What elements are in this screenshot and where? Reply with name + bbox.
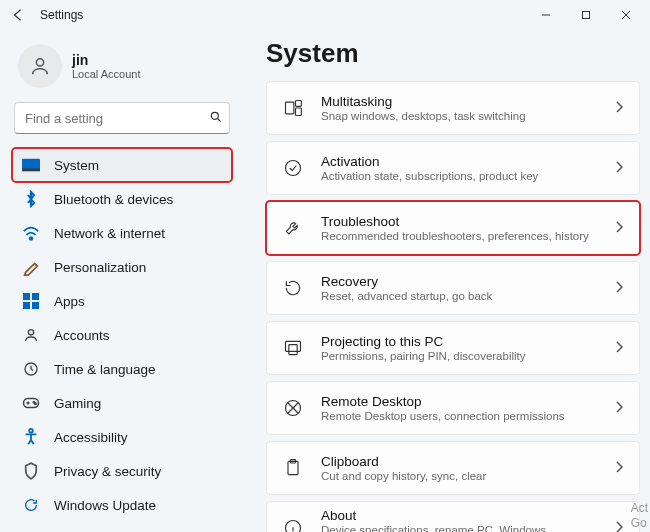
svg-rect-24 xyxy=(286,341,301,351)
card-clipboard[interactable]: ClipboardCut and copy history, sync, cle… xyxy=(266,441,640,495)
sidebar-item-label: Personalization xyxy=(54,260,146,275)
sidebar-item-bluetooth[interactable]: Bluetooth & devices xyxy=(12,182,232,216)
sidebar-item-label: System xyxy=(54,158,99,173)
svg-rect-12 xyxy=(23,302,30,309)
sidebar-item-personalization[interactable]: Personalization xyxy=(12,250,232,284)
nav: SystemBluetooth & devicesNetwork & inter… xyxy=(12,148,232,522)
sidebar-item-system[interactable]: System xyxy=(12,148,232,182)
search-icon xyxy=(203,110,229,127)
sidebar-item-label: Apps xyxy=(54,294,85,309)
remote-icon xyxy=(279,394,307,422)
main: System MultitaskingSnap windows, desktop… xyxy=(244,30,650,532)
svg-rect-13 xyxy=(32,302,39,309)
card-title: Recovery xyxy=(321,274,611,289)
sidebar-item-update[interactable]: Windows Update xyxy=(12,488,232,522)
card-title: Multitasking xyxy=(321,94,611,109)
network-icon xyxy=(20,222,42,244)
back-button[interactable] xyxy=(4,1,32,29)
card-sub: Recommended troubleshooters, preferences… xyxy=(321,230,611,242)
personalization-icon xyxy=(20,256,42,278)
svg-rect-22 xyxy=(296,108,302,116)
about-icon xyxy=(279,514,307,532)
profile-sub: Local Account xyxy=(72,68,141,80)
maximize-button[interactable] xyxy=(566,1,606,29)
card-title: Projecting to this PC xyxy=(321,334,611,349)
card-recovery[interactable]: RecoveryReset, advanced startup, go back xyxy=(266,261,640,315)
profile[interactable]: jin Local Account xyxy=(12,36,232,102)
chevron-right-icon xyxy=(611,100,627,116)
sidebar-item-label: Windows Update xyxy=(54,498,156,513)
sidebar-item-label: Accounts xyxy=(54,328,110,343)
card-sub: Reset, advanced startup, go back xyxy=(321,290,611,302)
card-title: Troubleshoot xyxy=(321,214,611,229)
svg-point-4 xyxy=(36,59,43,66)
sidebar-item-accounts[interactable]: Accounts xyxy=(12,318,232,352)
svg-rect-11 xyxy=(32,293,39,300)
minimize-button[interactable] xyxy=(526,1,566,29)
sidebar-item-label: Gaming xyxy=(54,396,101,411)
sidebar-item-label: Accessibility xyxy=(54,430,128,445)
card-title: About xyxy=(321,508,611,523)
sidebar-item-network[interactable]: Network & internet xyxy=(12,216,232,250)
svg-rect-1 xyxy=(583,12,590,19)
sidebar-item-time[interactable]: Time & language xyxy=(12,352,232,386)
time-icon xyxy=(20,358,42,380)
card-sub: Permissions, pairing PIN, discoverabilit… xyxy=(321,350,611,362)
card-sub: Activation state, subscriptions, product… xyxy=(321,170,611,182)
svg-point-9 xyxy=(30,237,33,240)
card-activation[interactable]: ActivationActivation state, subscription… xyxy=(266,141,640,195)
card-about[interactable]: AboutDevice specifications, rename PC, W… xyxy=(266,501,640,532)
privacy-icon xyxy=(20,460,42,482)
activation-icon xyxy=(279,154,307,182)
recovery-icon xyxy=(279,274,307,302)
svg-rect-20 xyxy=(286,102,294,114)
card-sub: Snap windows, desktops, task switching xyxy=(321,110,611,122)
accounts-icon xyxy=(20,324,42,346)
sidebar-item-accessibility[interactable]: Accessibility xyxy=(12,420,232,454)
card-title: Remote Desktop xyxy=(321,394,611,409)
chevron-right-icon xyxy=(611,160,627,176)
svg-point-5 xyxy=(211,112,218,119)
card-sub: Remote Desktop users, connection permiss… xyxy=(321,410,611,422)
chevron-right-icon xyxy=(611,520,627,532)
close-button[interactable] xyxy=(606,1,646,29)
system-icon xyxy=(20,154,42,176)
svg-rect-21 xyxy=(296,101,302,107)
svg-rect-25 xyxy=(289,345,297,355)
sidebar: jin Local Account SystemBluetooth & devi… xyxy=(0,30,244,532)
card-list: MultitaskingSnap windows, desktops, task… xyxy=(266,81,640,532)
svg-point-19 xyxy=(29,429,33,433)
gaming-icon xyxy=(20,392,42,414)
chevron-right-icon xyxy=(611,220,627,236)
card-sub: Device specifications, rename PC, Window… xyxy=(321,524,611,532)
bluetooth-icon xyxy=(20,188,42,210)
page-title: System xyxy=(266,38,640,69)
sidebar-item-apps[interactable]: Apps xyxy=(12,284,232,318)
troubleshoot-icon xyxy=(279,214,307,242)
card-title: Activation xyxy=(321,154,611,169)
sidebar-item-label: Time & language xyxy=(54,362,156,377)
sidebar-item-label: Privacy & security xyxy=(54,464,161,479)
titlebar: Settings xyxy=(0,0,650,30)
search-box[interactable] xyxy=(14,102,230,134)
card-troubleshoot[interactable]: TroubleshootRecommended troubleshooters,… xyxy=(266,201,640,255)
card-remote[interactable]: Remote DesktopRemote Desktop users, conn… xyxy=(266,381,640,435)
svg-line-6 xyxy=(218,118,221,121)
chevron-right-icon xyxy=(611,460,627,476)
card-multitasking[interactable]: MultitaskingSnap windows, desktops, task… xyxy=(266,81,640,135)
sidebar-item-label: Bluetooth & devices xyxy=(54,192,173,207)
app-title: Settings xyxy=(40,8,83,22)
sidebar-item-gaming[interactable]: Gaming xyxy=(12,386,232,420)
svg-point-23 xyxy=(286,161,301,176)
card-projecting[interactable]: Projecting to this PCPermissions, pairin… xyxy=(266,321,640,375)
sidebar-item-privacy[interactable]: Privacy & security xyxy=(12,454,232,488)
update-icon xyxy=(20,494,42,516)
profile-name: jin xyxy=(72,52,141,68)
svg-rect-8 xyxy=(22,169,40,172)
window-controls xyxy=(526,1,646,29)
projecting-icon xyxy=(279,334,307,362)
svg-rect-10 xyxy=(23,293,30,300)
search-input[interactable] xyxy=(15,111,203,126)
chevron-right-icon xyxy=(611,400,627,416)
apps-icon xyxy=(20,290,42,312)
